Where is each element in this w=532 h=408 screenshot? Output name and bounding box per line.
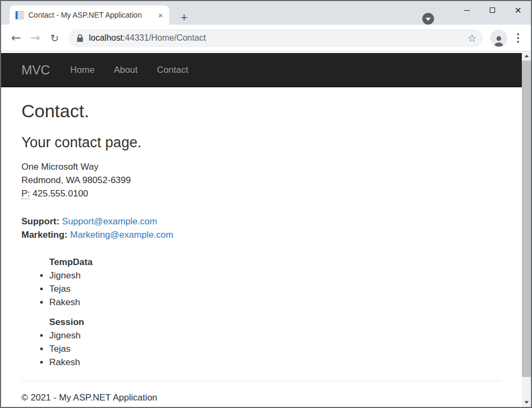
aspnet-favicon-icon: [15, 11, 24, 20]
list-item: Jignesh: [49, 329, 501, 342]
nav-item-contact[interactable]: Contact: [147, 65, 198, 75]
close-icon: ✕: [514, 5, 521, 16]
address-line-1: One Microsoft Way: [21, 160, 501, 173]
tempdata-list: Jignesh Tejas Rakesh: [21, 269, 501, 309]
vertical-scrollbar[interactable]: [522, 51, 531, 407]
tab-strip: Contact - My ASP.NET Application × + ✕: [1, 1, 531, 25]
support-email-link[interactable]: Support@example.com: [62, 216, 157, 226]
page-content: MVC Home About Contact Contact. Your con…: [1, 51, 522, 407]
tab-title: Contact - My ASP.NET Application: [28, 11, 153, 19]
forward-button[interactable]: →: [26, 28, 45, 48]
reload-button[interactable]: ↻: [45, 28, 64, 48]
browser-menu-button[interactable]: [512, 29, 525, 47]
support-contact-line: Support:Support@example.com: [21, 215, 501, 228]
scroll-down-button[interactable]: [522, 398, 531, 407]
address-bar[interactable]: localhost:44331/Home/Contact ☆: [69, 29, 483, 47]
phone-line: P: 425.555.0100: [21, 187, 501, 200]
tempdata-section: TempData Jignesh Tejas Rakesh: [21, 255, 501, 309]
browser-window: Contact - My ASP.NET Application × + ✕ ←…: [0, 0, 532, 408]
phone-number: 425.555.0100: [33, 188, 88, 199]
minimize-icon: [464, 10, 470, 11]
page-subtitle: Your contact page.: [21, 135, 501, 151]
dot-icon: [517, 37, 519, 39]
nav-item-home[interactable]: Home: [60, 65, 104, 75]
chevron-down-icon: [425, 18, 431, 21]
browser-tab[interactable]: Contact - My ASP.NET Application ×: [10, 5, 169, 25]
page-title: Contact.: [21, 101, 501, 121]
list-item: Tejas: [49, 282, 501, 296]
navbar-brand[interactable]: MVC: [21, 63, 50, 78]
bookmark-star-button[interactable]: ☆: [465, 31, 480, 46]
browser-toolbar: ← → ↻ localhost:44331/Home/Contact ☆: [1, 25, 531, 51]
dot-icon: [517, 33, 519, 35]
session-list: Jignesh Tejas Rakesh: [21, 329, 501, 369]
maximize-button[interactable]: [480, 1, 505, 19]
main-content: Contact. Your contact page. One Microsof…: [1, 101, 522, 404]
new-tab-button[interactable]: +: [177, 10, 192, 25]
scrollbar-thumb[interactable]: [522, 61, 531, 377]
data-sections: TempData Jignesh Tejas Rakesh Session Ji…: [21, 255, 501, 369]
phone-abbr: P:: [21, 188, 30, 199]
footer-divider: [21, 381, 501, 381]
marketing-label: Marketing:: [21, 230, 67, 240]
url-host: localhost: [89, 33, 123, 42]
address-block: One Microsoft Way Redmond, WA 98052-6399…: [21, 160, 501, 200]
arrow-up-icon: [525, 55, 529, 57]
address-line-2: Redmond, WA 98052-6399: [21, 173, 501, 187]
scroll-up-button[interactable]: [522, 51, 531, 61]
maximize-icon: [490, 7, 495, 13]
list-item: Rakesh: [49, 356, 501, 369]
minimize-button[interactable]: [454, 1, 480, 19]
tab-close-button[interactable]: ×: [155, 10, 166, 20]
dot-icon: [517, 41, 519, 43]
site-navbar: MVC Home About Contact: [1, 53, 522, 87]
secure-lock-icon[interactable]: [77, 34, 83, 42]
marketing-email-link[interactable]: Marketing@example.com: [70, 230, 173, 240]
footer-copyright: © 2021 - My ASP.NET Application: [21, 391, 501, 404]
tempdata-heading: TempData: [49, 255, 501, 269]
person-icon: [492, 35, 505, 47]
list-item: Tejas: [49, 342, 501, 356]
back-button[interactable]: ←: [6, 28, 26, 48]
list-item: Jignesh: [49, 269, 501, 282]
list-item: Rakesh: [49, 296, 501, 309]
page-viewport: MVC Home About Contact Contact. Your con…: [1, 51, 531, 407]
window-controls: ✕: [454, 1, 531, 19]
tab-search-button[interactable]: [422, 13, 434, 25]
session-heading: Session: [49, 315, 501, 329]
url-text: localhost:44331/Home/Contact: [89, 33, 206, 43]
url-path: :44331/Home/Contact: [123, 33, 206, 42]
nav-item-about[interactable]: About: [104, 65, 147, 75]
support-label: Support:: [21, 216, 59, 226]
arrow-down-icon: [525, 401, 529, 404]
close-button[interactable]: ✕: [505, 1, 531, 19]
marketing-contact-line: Marketing:Marketing@example.com: [21, 228, 501, 241]
session-section: Session Jignesh Tejas Rakesh: [21, 315, 501, 369]
profile-avatar-button[interactable]: [490, 29, 507, 47]
